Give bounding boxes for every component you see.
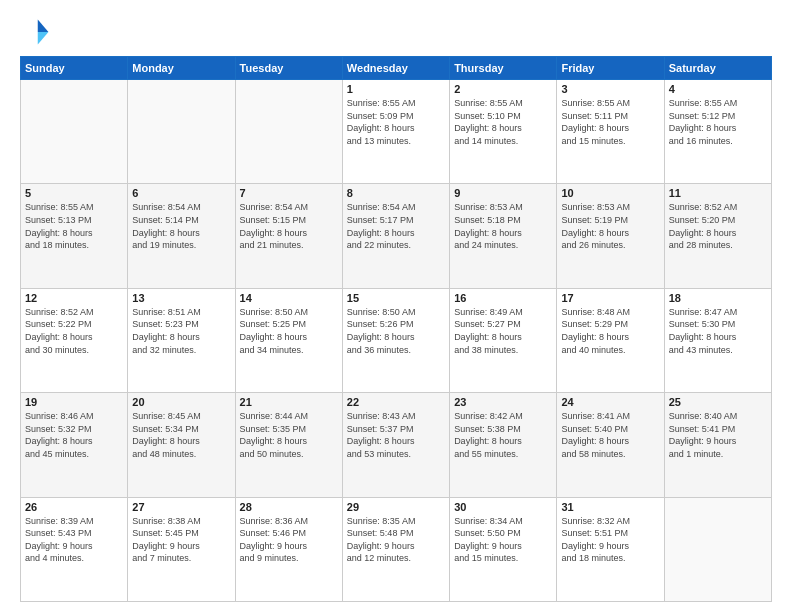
calendar-cell: 15Sunrise: 8:50 AM Sunset: 5:26 PM Dayli… bbox=[342, 288, 449, 392]
day-number: 12 bbox=[25, 292, 123, 304]
day-number: 28 bbox=[240, 501, 338, 513]
day-number: 14 bbox=[240, 292, 338, 304]
day-number: 7 bbox=[240, 187, 338, 199]
calendar-cell: 5Sunrise: 8:55 AM Sunset: 5:13 PM Daylig… bbox=[21, 184, 128, 288]
day-info: Sunrise: 8:53 AM Sunset: 5:18 PM Dayligh… bbox=[454, 201, 552, 251]
calendar-header-tuesday: Tuesday bbox=[235, 57, 342, 80]
day-number: 10 bbox=[561, 187, 659, 199]
calendar-cell: 13Sunrise: 8:51 AM Sunset: 5:23 PM Dayli… bbox=[128, 288, 235, 392]
day-info: Sunrise: 8:52 AM Sunset: 5:20 PM Dayligh… bbox=[669, 201, 767, 251]
calendar-cell: 22Sunrise: 8:43 AM Sunset: 5:37 PM Dayli… bbox=[342, 393, 449, 497]
day-info: Sunrise: 8:41 AM Sunset: 5:40 PM Dayligh… bbox=[561, 410, 659, 460]
calendar-header-sunday: Sunday bbox=[21, 57, 128, 80]
calendar-week-row: 5Sunrise: 8:55 AM Sunset: 5:13 PM Daylig… bbox=[21, 184, 772, 288]
calendar-cell: 11Sunrise: 8:52 AM Sunset: 5:20 PM Dayli… bbox=[664, 184, 771, 288]
day-number: 25 bbox=[669, 396, 767, 408]
calendar-cell: 21Sunrise: 8:44 AM Sunset: 5:35 PM Dayli… bbox=[235, 393, 342, 497]
calendar-cell: 31Sunrise: 8:32 AM Sunset: 5:51 PM Dayli… bbox=[557, 497, 664, 601]
calendar-cell: 12Sunrise: 8:52 AM Sunset: 5:22 PM Dayli… bbox=[21, 288, 128, 392]
svg-marker-1 bbox=[38, 32, 49, 44]
calendar-cell: 3Sunrise: 8:55 AM Sunset: 5:11 PM Daylig… bbox=[557, 80, 664, 184]
day-number: 22 bbox=[347, 396, 445, 408]
calendar-cell: 25Sunrise: 8:40 AM Sunset: 5:41 PM Dayli… bbox=[664, 393, 771, 497]
day-info: Sunrise: 8:55 AM Sunset: 5:09 PM Dayligh… bbox=[347, 97, 445, 147]
day-info: Sunrise: 8:35 AM Sunset: 5:48 PM Dayligh… bbox=[347, 515, 445, 565]
day-number: 24 bbox=[561, 396, 659, 408]
calendar-cell: 28Sunrise: 8:36 AM Sunset: 5:46 PM Dayli… bbox=[235, 497, 342, 601]
day-info: Sunrise: 8:32 AM Sunset: 5:51 PM Dayligh… bbox=[561, 515, 659, 565]
day-number: 27 bbox=[132, 501, 230, 513]
calendar-cell: 24Sunrise: 8:41 AM Sunset: 5:40 PM Dayli… bbox=[557, 393, 664, 497]
day-info: Sunrise: 8:39 AM Sunset: 5:43 PM Dayligh… bbox=[25, 515, 123, 565]
calendar-cell: 30Sunrise: 8:34 AM Sunset: 5:50 PM Dayli… bbox=[450, 497, 557, 601]
page: SundayMondayTuesdayWednesdayThursdayFrid… bbox=[0, 0, 792, 612]
calendar-cell bbox=[21, 80, 128, 184]
day-info: Sunrise: 8:42 AM Sunset: 5:38 PM Dayligh… bbox=[454, 410, 552, 460]
day-info: Sunrise: 8:34 AM Sunset: 5:50 PM Dayligh… bbox=[454, 515, 552, 565]
day-info: Sunrise: 8:54 AM Sunset: 5:17 PM Dayligh… bbox=[347, 201, 445, 251]
calendar-cell: 8Sunrise: 8:54 AM Sunset: 5:17 PM Daylig… bbox=[342, 184, 449, 288]
calendar-cell: 17Sunrise: 8:48 AM Sunset: 5:29 PM Dayli… bbox=[557, 288, 664, 392]
day-info: Sunrise: 8:55 AM Sunset: 5:12 PM Dayligh… bbox=[669, 97, 767, 147]
day-number: 18 bbox=[669, 292, 767, 304]
calendar-header-row: SundayMondayTuesdayWednesdayThursdayFrid… bbox=[21, 57, 772, 80]
day-number: 21 bbox=[240, 396, 338, 408]
day-number: 30 bbox=[454, 501, 552, 513]
calendar-cell: 4Sunrise: 8:55 AM Sunset: 5:12 PM Daylig… bbox=[664, 80, 771, 184]
day-info: Sunrise: 8:52 AM Sunset: 5:22 PM Dayligh… bbox=[25, 306, 123, 356]
day-number: 4 bbox=[669, 83, 767, 95]
day-number: 5 bbox=[25, 187, 123, 199]
day-number: 8 bbox=[347, 187, 445, 199]
calendar-header-friday: Friday bbox=[557, 57, 664, 80]
day-number: 15 bbox=[347, 292, 445, 304]
day-number: 1 bbox=[347, 83, 445, 95]
calendar-cell bbox=[128, 80, 235, 184]
day-number: 20 bbox=[132, 396, 230, 408]
calendar-week-row: 12Sunrise: 8:52 AM Sunset: 5:22 PM Dayli… bbox=[21, 288, 772, 392]
day-number: 29 bbox=[347, 501, 445, 513]
calendar-week-row: 1Sunrise: 8:55 AM Sunset: 5:09 PM Daylig… bbox=[21, 80, 772, 184]
calendar-cell: 7Sunrise: 8:54 AM Sunset: 5:15 PM Daylig… bbox=[235, 184, 342, 288]
calendar-cell: 9Sunrise: 8:53 AM Sunset: 5:18 PM Daylig… bbox=[450, 184, 557, 288]
day-info: Sunrise: 8:40 AM Sunset: 5:41 PM Dayligh… bbox=[669, 410, 767, 460]
day-info: Sunrise: 8:44 AM Sunset: 5:35 PM Dayligh… bbox=[240, 410, 338, 460]
day-number: 31 bbox=[561, 501, 659, 513]
day-info: Sunrise: 8:50 AM Sunset: 5:26 PM Dayligh… bbox=[347, 306, 445, 356]
day-number: 9 bbox=[454, 187, 552, 199]
day-info: Sunrise: 8:48 AM Sunset: 5:29 PM Dayligh… bbox=[561, 306, 659, 356]
svg-marker-0 bbox=[38, 20, 49, 32]
calendar-cell: 19Sunrise: 8:46 AM Sunset: 5:32 PM Dayli… bbox=[21, 393, 128, 497]
day-number: 26 bbox=[25, 501, 123, 513]
calendar-cell: 6Sunrise: 8:54 AM Sunset: 5:14 PM Daylig… bbox=[128, 184, 235, 288]
calendar-week-row: 26Sunrise: 8:39 AM Sunset: 5:43 PM Dayli… bbox=[21, 497, 772, 601]
calendar-cell bbox=[235, 80, 342, 184]
calendar-cell: 2Sunrise: 8:55 AM Sunset: 5:10 PM Daylig… bbox=[450, 80, 557, 184]
day-info: Sunrise: 8:54 AM Sunset: 5:15 PM Dayligh… bbox=[240, 201, 338, 251]
day-info: Sunrise: 8:49 AM Sunset: 5:27 PM Dayligh… bbox=[454, 306, 552, 356]
day-info: Sunrise: 8:53 AM Sunset: 5:19 PM Dayligh… bbox=[561, 201, 659, 251]
calendar-cell: 26Sunrise: 8:39 AM Sunset: 5:43 PM Dayli… bbox=[21, 497, 128, 601]
calendar-cell: 1Sunrise: 8:55 AM Sunset: 5:09 PM Daylig… bbox=[342, 80, 449, 184]
calendar-cell: 16Sunrise: 8:49 AM Sunset: 5:27 PM Dayli… bbox=[450, 288, 557, 392]
day-info: Sunrise: 8:55 AM Sunset: 5:13 PM Dayligh… bbox=[25, 201, 123, 251]
calendar-cell: 27Sunrise: 8:38 AM Sunset: 5:45 PM Dayli… bbox=[128, 497, 235, 601]
calendar-header-saturday: Saturday bbox=[664, 57, 771, 80]
day-number: 2 bbox=[454, 83, 552, 95]
calendar-table: SundayMondayTuesdayWednesdayThursdayFrid… bbox=[20, 56, 772, 602]
logo-icon bbox=[20, 16, 52, 48]
day-info: Sunrise: 8:47 AM Sunset: 5:30 PM Dayligh… bbox=[669, 306, 767, 356]
day-info: Sunrise: 8:38 AM Sunset: 5:45 PM Dayligh… bbox=[132, 515, 230, 565]
day-number: 6 bbox=[132, 187, 230, 199]
calendar-cell: 10Sunrise: 8:53 AM Sunset: 5:19 PM Dayli… bbox=[557, 184, 664, 288]
day-number: 23 bbox=[454, 396, 552, 408]
day-info: Sunrise: 8:43 AM Sunset: 5:37 PM Dayligh… bbox=[347, 410, 445, 460]
day-info: Sunrise: 8:46 AM Sunset: 5:32 PM Dayligh… bbox=[25, 410, 123, 460]
day-number: 19 bbox=[25, 396, 123, 408]
calendar-week-row: 19Sunrise: 8:46 AM Sunset: 5:32 PM Dayli… bbox=[21, 393, 772, 497]
day-info: Sunrise: 8:50 AM Sunset: 5:25 PM Dayligh… bbox=[240, 306, 338, 356]
calendar-cell: 18Sunrise: 8:47 AM Sunset: 5:30 PM Dayli… bbox=[664, 288, 771, 392]
calendar-cell: 29Sunrise: 8:35 AM Sunset: 5:48 PM Dayli… bbox=[342, 497, 449, 601]
logo bbox=[20, 16, 56, 48]
day-info: Sunrise: 8:54 AM Sunset: 5:14 PM Dayligh… bbox=[132, 201, 230, 251]
calendar-header-thursday: Thursday bbox=[450, 57, 557, 80]
